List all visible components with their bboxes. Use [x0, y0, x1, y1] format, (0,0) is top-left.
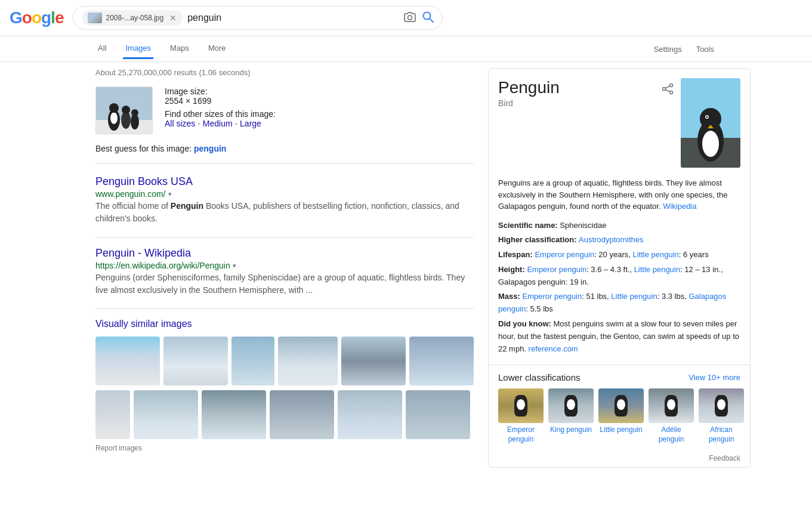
lc-header: Lower classifications View 10+ more: [498, 372, 740, 382]
search-icon[interactable]: [422, 11, 434, 26]
little-height-link[interactable]: Little penguin: [634, 265, 680, 274]
result-2-arrow-icon: ▾: [233, 262, 236, 270]
lc-emperor-label: Emperor penguin: [498, 425, 544, 444]
svg-point-20: [702, 131, 719, 157]
wikipedia-link[interactable]: Wikipedia: [663, 202, 696, 211]
lc-african-label: African penguin: [699, 425, 744, 444]
logo-l: l: [51, 8, 55, 27]
large-size-link[interactable]: Large: [240, 119, 261, 128]
result-1-description: The official home of Penguin Books USA, …: [95, 200, 474, 225]
nav-images[interactable]: Images: [123, 39, 153, 59]
svg-point-14: [670, 91, 673, 94]
similar-image-5[interactable]: [341, 337, 406, 385]
similar-image-8[interactable]: [134, 390, 198, 439]
lc-items: Emperor penguin King penguin: [498, 388, 740, 444]
svg-point-13: [663, 88, 666, 91]
all-sizes-link[interactable]: All sizes: [165, 119, 195, 128]
result-2-url: https://en.wikipedia.org/wiki/Penguin ▾: [95, 261, 474, 270]
result-1-arrow-icon: ▾: [168, 190, 172, 198]
logo-o1: o: [22, 8, 32, 27]
similar-image-4[interactable]: [278, 337, 338, 385]
lc-item-king[interactable]: King penguin: [548, 388, 594, 444]
svg-point-12: [670, 84, 673, 87]
preview-info: Image size: 2554 × 1699 Find other sizes…: [165, 87, 276, 134]
kc-facts: Scientific name: Spheniscidae Higher cla…: [489, 220, 750, 365]
search-bar[interactable]: 2008-...ay-058.jpg ✕: [73, 6, 443, 30]
svg-point-0: [408, 16, 412, 20]
svg-point-24: [706, 116, 708, 118]
search-input[interactable]: [187, 13, 399, 23]
similar-image-11[interactable]: [338, 390, 402, 439]
left-panel: About 25,270,000,000 results (1.06 secon…: [95, 68, 474, 468]
nav-all[interactable]: All: [95, 39, 109, 59]
similar-image-10[interactable]: [270, 390, 334, 439]
kc-description: Penguins are a group of aquatic, flightl…: [489, 177, 750, 220]
similar-heading: Visually similar images: [95, 319, 474, 329]
image-size-label: Image size: 2554 × 1699: [165, 87, 276, 106]
nav-settings[interactable]: Settings: [652, 40, 684, 58]
emperor-height-link[interactable]: Emperor penguin: [527, 265, 586, 274]
similar-image-12[interactable]: [406, 390, 470, 439]
google-logo: Google: [10, 8, 63, 27]
lc-item-emperor[interactable]: Emperor penguin: [498, 388, 544, 444]
search-chip[interactable]: 2008-...ay-058.jpg ✕: [82, 10, 183, 26]
share-icon[interactable]: [662, 83, 674, 98]
svg-line-2: [430, 18, 433, 22]
lc-emperor-img: [498, 388, 544, 423]
kc-title: Penguin: [498, 78, 654, 97]
result-2-title[interactable]: Penguin - Wikipedia: [95, 247, 191, 259]
similar-image-9[interactable]: [202, 390, 266, 439]
navigation: All Images Maps More Settings Tools: [0, 36, 812, 62]
medium-size-link[interactable]: Medium: [203, 119, 233, 128]
emperor-mass-link[interactable]: Emperor penguin: [522, 292, 582, 301]
logo-o2: o: [32, 8, 41, 27]
lc-king-label: King penguin: [550, 425, 592, 435]
lc-item-adelie[interactable]: Adélie penguin: [649, 388, 694, 444]
lc-view-more-link[interactable]: View 10+ more: [688, 373, 740, 382]
little-lifespan-link[interactable]: Little penguin: [632, 250, 678, 259]
reference-link[interactable]: reference.com: [529, 344, 578, 353]
knowledge-card: Penguin Bird: [488, 68, 751, 468]
kc-fact-higher-class: Higher classification: Austrodyptornithe…: [498, 234, 740, 246]
little-mass-link[interactable]: Little penguin: [611, 292, 657, 301]
nav-more[interactable]: More: [206, 39, 229, 59]
svg-point-11: [131, 109, 138, 116]
camera-icon[interactable]: [404, 11, 416, 25]
chip-close-icon[interactable]: ✕: [169, 13, 177, 23]
similar-image-2[interactable]: [163, 337, 228, 385]
kc-fact-mass: Mass: Emperor penguin: 51 lbs, Little pe…: [498, 291, 740, 316]
result-2-description: Penguins (order Sphenisciformes, family …: [95, 271, 474, 297]
report-images-link[interactable]: Report images: [95, 444, 474, 452]
best-guess-keyword[interactable]: penguin: [194, 144, 226, 153]
lc-title: Lower classifications: [498, 372, 581, 382]
austrodyptornithes-link[interactable]: Austrodyptornithes: [579, 235, 643, 244]
logo-g2: g: [41, 8, 51, 27]
emperor-lifespan-link[interactable]: Emperor penguin: [535, 250, 594, 259]
nav-maps[interactable]: Maps: [168, 39, 192, 59]
results-count: About 25,270,000,000 results (1.06 secon…: [95, 68, 474, 77]
right-panel: Penguin Bird: [488, 68, 751, 468]
logo-g: G: [10, 8, 22, 27]
lc-item-little[interactable]: Little penguin: [598, 388, 644, 444]
similar-image-7[interactable]: [95, 390, 130, 439]
lc-item-african[interactable]: African penguin: [699, 388, 744, 444]
nav-tools[interactable]: Tools: [694, 40, 717, 58]
image-row-2: [95, 390, 474, 439]
kc-hero-image: [681, 78, 740, 168]
preview-thumbnail-image: [96, 87, 152, 134]
kc-feedback: Feedback: [489, 452, 750, 467]
similar-images-section: Visually similar images: [95, 319, 474, 452]
similar-image-6[interactable]: [409, 337, 474, 385]
similar-image-3[interactable]: [231, 337, 274, 385]
lc-little-img: [598, 388, 644, 423]
similar-image-1[interactable]: [95, 337, 160, 385]
svg-point-6: [110, 112, 118, 124]
image-grid: [95, 337, 474, 439]
result-1-title[interactable]: Penguin Books USA: [95, 175, 193, 187]
divider: [95, 237, 474, 237]
lc-adelie-img: [649, 388, 694, 423]
lc-little-label: Little penguin: [600, 425, 642, 435]
nav-right: Settings Tools: [652, 40, 717, 58]
kc-title-section: Penguin Bird: [498, 78, 654, 108]
image-row-1: [95, 337, 474, 385]
